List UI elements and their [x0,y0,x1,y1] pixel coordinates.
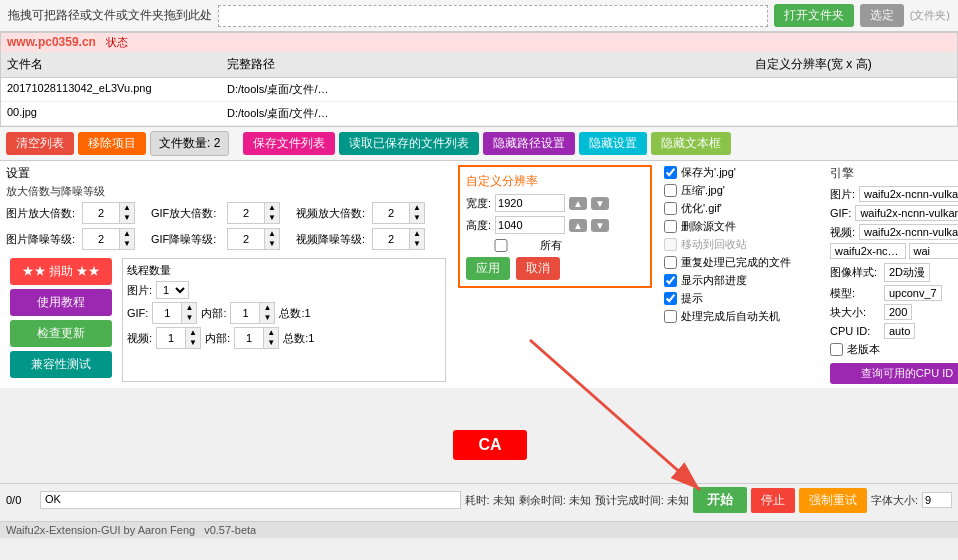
auto-shutdown-checkbox[interactable] [664,310,677,323]
retry-button[interactable]: 强制重试 [799,488,867,513]
engine-panel: 引擎 图片: waifu2x-ncnn-vulkan GIF: waifu2x-… [824,165,958,384]
gif-mag-input[interactable]: 2 [228,206,264,220]
video-mag-down[interactable]: ▼ [410,213,424,223]
read-saved-button[interactable]: 读取已保存的文件列表 [339,132,479,155]
gif-thread-spinner[interactable]: ▲ ▼ [152,302,197,324]
video-thread-input[interactable] [157,331,185,345]
query-cpu-button[interactable]: 查询可用的CPU ID [830,363,958,384]
show-tips-checkbox[interactable] [664,292,677,305]
tutorial-button[interactable]: 使用教程 [10,289,112,316]
donate-button[interactable]: ★★ 捐助 ★★ [10,258,112,285]
update-button[interactable]: 检查更新 [10,320,112,347]
hide-path-button[interactable]: 隐藏路径设置 [483,132,575,155]
gif-inner-spinner[interactable]: ▲ ▼ [230,302,275,324]
gif-thread-up[interactable]: ▲ [182,303,196,313]
width-input[interactable]: 1920 [495,194,565,212]
file-hint-text: 状态 [106,35,128,50]
move-recycle-checkbox[interactable] [664,238,677,251]
delete-source-checkbox[interactable] [664,220,677,233]
image-thread-select[interactable]: 124 [156,281,189,299]
gif-mag-down[interactable]: ▼ [265,213,279,223]
video-thread-down[interactable]: ▼ [186,338,200,348]
video-mag-up[interactable]: ▲ [410,203,424,213]
gif-mag-spinner[interactable]: 2 ▲ ▼ [227,202,280,224]
height-down-btn[interactable]: ▼ [591,219,609,232]
cancel-res-button[interactable]: 取消 [516,257,560,280]
gif-thread-input[interactable] [153,306,181,320]
height-input[interactable]: 1040 [495,216,565,234]
time-remain-label: 剩余时间: 未知 [519,493,591,508]
video-noise-up[interactable]: ▲ [410,229,424,239]
engine-gif-label: GIF: [830,207,851,219]
drop-zone[interactable] [218,5,768,27]
side-and-thread: ★★ 捐助 ★★ 使用教程 检查更新 兼容性测试 线程数量 图片: 124 [6,254,446,382]
open-folder-button[interactable]: 打开文件夹 [774,4,854,27]
engine-image-row: 图片: waifu2x-ncnn-vulkan [830,186,958,202]
width-down-btn[interactable]: ▼ [591,197,609,210]
video-inner-up[interactable]: ▲ [264,328,278,338]
video-mag-input[interactable]: 2 [373,206,409,220]
show-progress-checkbox[interactable] [664,274,677,287]
engine-params: 图像样式: 2D动漫 模型: upconv_7 块大小: 200 CPU ID:… [830,263,958,384]
video-inner-spinner[interactable]: ▲ ▼ [234,327,279,349]
image-noise-input[interactable] [83,232,119,246]
gif-inner-up[interactable]: ▲ [260,303,274,313]
video-noise-down[interactable]: ▼ [410,239,424,249]
table-row[interactable]: 20171028113042_eL3Vu.png D:/tools/桌面/文件/… [1,78,957,102]
video-mag-spinner[interactable]: 2 ▲ ▼ [372,202,425,224]
gif-noise-up[interactable]: ▲ [265,229,279,239]
gif-noise-down[interactable]: ▼ [265,239,279,249]
file-table: www.pc0359.cn 状态 文件名 完整路径 自定义分辨率(宽 x 高) … [0,32,958,127]
remove-item-button[interactable]: 移除项目 [78,132,146,155]
save-jpg-checkbox[interactable] [664,166,677,179]
video-inner-label: 内部: [205,331,230,346]
compat-button[interactable]: 兼容性测试 [10,351,112,378]
all-checkbox[interactable] [466,239,536,252]
optimize-gif-checkbox[interactable] [664,202,677,215]
settings-title: 设置 [6,165,446,182]
height-up-btn[interactable]: ▲ [569,219,587,232]
font-size-input[interactable]: 9 [922,492,952,508]
image-mag-spinner[interactable]: 2 ▲ ▼ [82,202,135,224]
gif-inner-down[interactable]: ▼ [260,313,274,323]
gif-thread-down[interactable]: ▼ [182,313,196,323]
width-up-btn[interactable]: ▲ [569,197,587,210]
hide-settings-button[interactable]: 隐藏设置 [579,132,647,155]
reprocess-checkbox[interactable] [664,256,677,269]
image-mag-up[interactable]: ▲ [120,203,134,213]
gif-noise-input[interactable] [228,232,264,246]
engine-image-label: 图片: [830,187,855,202]
file-name-1: 20171028113042_eL3Vu.png [5,80,225,99]
video-thread-spinner[interactable]: ▲ ▼ [156,327,201,349]
file-res-2 [753,104,953,123]
image-mag-input[interactable]: 2 [83,206,119,220]
footer-bar: Waifu2x-Extension-GUI by Aaron Feng v0.5… [0,521,958,538]
magnify-title: 放大倍数与降噪等级 [6,184,446,199]
gif-inner-input[interactable] [231,306,259,320]
gif-noise-spinner[interactable]: ▲ ▼ [227,228,280,250]
image-mag-down[interactable]: ▼ [120,213,134,223]
image-noise-up[interactable]: ▲ [120,229,134,239]
clear-list-button[interactable]: 清空列表 [6,132,74,155]
gif-mag-up[interactable]: ▲ [265,203,279,213]
table-row[interactable]: 00.jpg D:/tools/桌面/文件/… [1,102,957,126]
video-noise-spinner[interactable]: ▲ ▼ [372,228,425,250]
settings-left-panel: 设置 放大倍数与降噪等级 图片放大倍数: 2 ▲ ▼ GIF放大倍数: 2 ▲ [6,165,446,384]
video-noise-input[interactable] [373,232,409,246]
compress-jpg-checkbox[interactable] [664,184,677,197]
video-mag-label: 视频放大倍数: [296,206,366,221]
old-version-checkbox[interactable] [830,343,843,356]
video-inner-down[interactable]: ▼ [264,338,278,348]
image-noise-spinner[interactable]: ▲ ▼ [82,228,135,250]
save-list-button[interactable]: 保存文件列表 [243,132,335,155]
image-noise-down[interactable]: ▼ [120,239,134,249]
stop-button[interactable]: 停止 [751,488,795,513]
apply-res-button[interactable]: 应用 [466,257,510,280]
start-button[interactable]: 开始 [693,487,747,513]
video-inner-input[interactable] [235,331,263,345]
video-thread-up[interactable]: ▲ [186,328,200,338]
hide-text-button[interactable]: 隐藏文本框 [651,132,731,155]
select-button[interactable]: 选定 [860,4,904,27]
show-progress-label: 显示内部进度 [681,273,747,288]
style-row: 图像样式: 2D动漫 [830,263,958,282]
